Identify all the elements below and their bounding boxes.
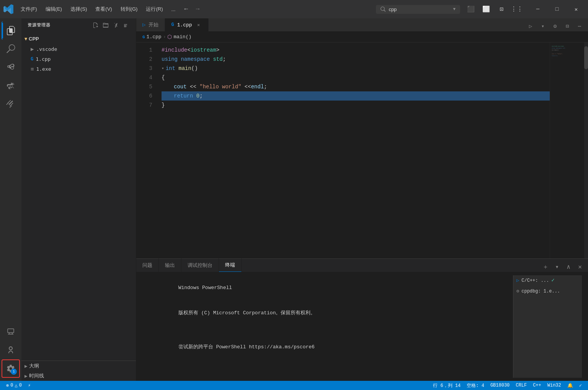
editor-more-btn[interactable]: ⋯ [574, 21, 585, 31]
menu-goto[interactable]: 转到(G) [117, 4, 142, 14]
breadcrumb-func[interactable]: ⬡ main() [167, 34, 191, 40]
layout-split-btn[interactable]: ⊡ [495, 3, 508, 15]
activity-account-icon[interactable] [2, 341, 20, 359]
sidebar-timeline[interactable]: ▶ 时间线 [21, 371, 136, 381]
tab-bar: ▷ 开始 G 1.cpp ✕ ▷ ▾ ⚙ ⊟ ⋯ [136, 18, 588, 32]
folder-cpp-label: CPP [29, 36, 39, 42]
sidebar-outline-label: 大纲 [29, 362, 39, 369]
folder-cpp[interactable]: ▾ CPP [21, 33, 136, 44]
terminal-sidebar: ▷ C/C++: ... ✓ ⚙ cppdbg: 1.e... [513, 275, 582, 378]
tab-start[interactable]: ▷ 开始 [136, 18, 165, 31]
terminal-line-4: 尝试新的跨平台 PowerShell https://aka.ms/pscore… [142, 335, 510, 360]
status-notifications[interactable]: 🔔 [564, 381, 576, 390]
activity-settings-icon[interactable]: 1 [2, 359, 20, 378]
folder-cpp-collapse-icon: ▾ [24, 36, 27, 42]
status-eol[interactable]: CRLF [513, 381, 530, 390]
nav-arrows: ← → [181, 4, 203, 15]
run-dropdown-btn[interactable]: ▾ [537, 21, 548, 31]
window-minimize-btn[interactable]: ─ [529, 3, 547, 15]
terminal-item-cpp[interactable]: ▷ C/C++: ... ✓ [513, 275, 582, 286]
line-numbers: 1 2 3 4 5 6 7 [136, 42, 155, 258]
status-eol-text: CRLF [516, 383, 527, 388]
status-sync[interactable]: ✓ [576, 381, 585, 390]
editor-layout-btn[interactable]: ⊟ [562, 21, 573, 31]
menu-run[interactable]: 运行(R) [142, 4, 167, 14]
tab-cpp[interactable]: G 1.cpp ✕ [165, 18, 208, 31]
status-encoding[interactable]: GB18030 [487, 381, 513, 390]
collapse-all-btn[interactable] [121, 21, 130, 29]
settings-badge: 1 [11, 369, 17, 375]
menu-edit[interactable]: 编辑(E) [42, 4, 66, 14]
nav-forward-btn[interactable]: → [192, 4, 203, 15]
code-content[interactable]: #include<iostream> using namespace std; … [155, 42, 550, 258]
window-maximize-btn[interactable]: □ [548, 3, 566, 15]
panel-tab-output[interactable]: 输出 [159, 258, 181, 272]
status-debug-icon-item[interactable]: ⚡ [25, 381, 34, 390]
nav-back-btn[interactable]: ← [181, 4, 191, 15]
terminal-split-btn[interactable]: ▾ [552, 262, 562, 272]
search-input[interactable] [389, 6, 450, 12]
menu-file[interactable]: 文件(F) [17, 4, 41, 14]
breadcrumb-file[interactable]: G 1.cpp [142, 34, 162, 40]
new-terminal-btn[interactable]: ＋ [541, 262, 550, 272]
layout-sidebar-btn[interactable]: ⬛ [465, 3, 477, 15]
window-close-btn[interactable]: ✕ [567, 3, 585, 15]
terminal-line-3 [142, 326, 510, 335]
editor-settings-btn[interactable]: ⚙ [550, 21, 560, 31]
panel-tab-problems[interactable]: 问题 [136, 258, 159, 272]
tree-item-exe[interactable]: ≡ 1.exe [21, 64, 136, 74]
activity-remote-icon[interactable] [2, 323, 20, 341]
layout-panel-btn[interactable]: ⬜ [480, 3, 492, 15]
breadcrumb: G 1.cpp › ⬡ main() [136, 32, 588, 42]
code-editor[interactable]: 1 2 3 4 5 6 7 #include<iostream> using n… [136, 42, 588, 258]
terminal-check-icon: ✓ [551, 276, 554, 285]
minimap: #include<iostream> using namespace std; … [550, 42, 588, 258]
activity-extensions-icon[interactable] [2, 95, 20, 113]
outline-chevron-icon: ▶ [24, 364, 28, 368]
activity-run-debug-icon[interactable] [2, 76, 20, 95]
activity-search-icon[interactable] [2, 40, 20, 58]
status-language[interactable]: C++ [530, 381, 544, 390]
code-line-1: #include<iostream> [162, 46, 550, 55]
panel-tab-debug-console[interactable]: 调试控制台 [181, 258, 219, 272]
status-bell-icon: 🔔 [567, 383, 573, 388]
activity-explorer-icon[interactable] [2, 21, 20, 40]
minimap-content: #include<iostream> using namespace std; … [550, 42, 588, 62]
code-line-2: using namespace std; [162, 55, 550, 64]
status-cursor-position[interactable]: 行 6，列 14 [430, 381, 464, 390]
panel-tabs: 问题 输出 调试控制台 终端 ＋ ▾ ∧ ✕ [136, 259, 588, 272]
refresh-btn[interactable] [111, 21, 120, 29]
fold-arrow-3[interactable]: ▾ [162, 64, 164, 73]
activity-scm-icon[interactable] [2, 58, 20, 76]
sidebar-outline[interactable]: ▶ 大纲 [21, 361, 136, 371]
tree-item-cpp[interactable]: G 1.cpp [21, 54, 136, 64]
layout-controls: ⬛ ⬜ ⊡ ⋮⋮ [465, 3, 523, 15]
status-errors[interactable]: ⊗ 0 △ 0 [3, 381, 25, 390]
menu-select[interactable]: 选择(S) [67, 4, 91, 14]
scrollbar-thumb[interactable] [584, 46, 588, 69]
panel-tab-terminal[interactable]: 终端 [219, 258, 242, 272]
panel-close-btn[interactable]: ✕ [575, 262, 585, 272]
panel-maximize-btn[interactable]: ∧ [564, 262, 573, 272]
layout-more-btn[interactable]: ⋮⋮ [511, 3, 523, 15]
menu-view[interactable]: 查看(V) [91, 4, 116, 14]
menu-more[interactable]: ... [167, 5, 179, 14]
tab-cpp-close-btn[interactable]: ✕ [195, 21, 202, 28]
tree-item-exe-label: 1.exe [36, 66, 51, 72]
terminal-item-cppdbg[interactable]: ⚙ cppdbg: 1.e... [513, 286, 582, 297]
run-code-btn[interactable]: ▷ [525, 21, 536, 31]
terminal-gear-icon: ⚙ [516, 288, 519, 295]
tree-item-vscode[interactable]: ▶ .vscode [21, 44, 136, 54]
vscode-logo-icon [3, 4, 14, 15]
new-folder-btn[interactable] [101, 21, 110, 29]
status-bar: ⊗ 0 △ 0 ⚡ 行 6，列 14 空格: 4 GB18030 CRLF C+… [0, 381, 588, 390]
search-dropdown-icon[interactable]: ▼ [453, 7, 456, 11]
new-file-btn[interactable] [91, 21, 100, 29]
status-warning-count: 0 [19, 383, 22, 388]
scrollbar-track[interactable] [584, 42, 588, 258]
command-search[interactable]: ▼ [376, 5, 460, 14]
terminal-main[interactable]: Windows PowerShell 版权所有 (C) Microsoft Co… [142, 275, 510, 378]
status-indent[interactable]: 空格: 4 [464, 381, 487, 390]
code-line-4: { [162, 73, 550, 82]
status-platform[interactable]: Win32 [544, 381, 564, 390]
